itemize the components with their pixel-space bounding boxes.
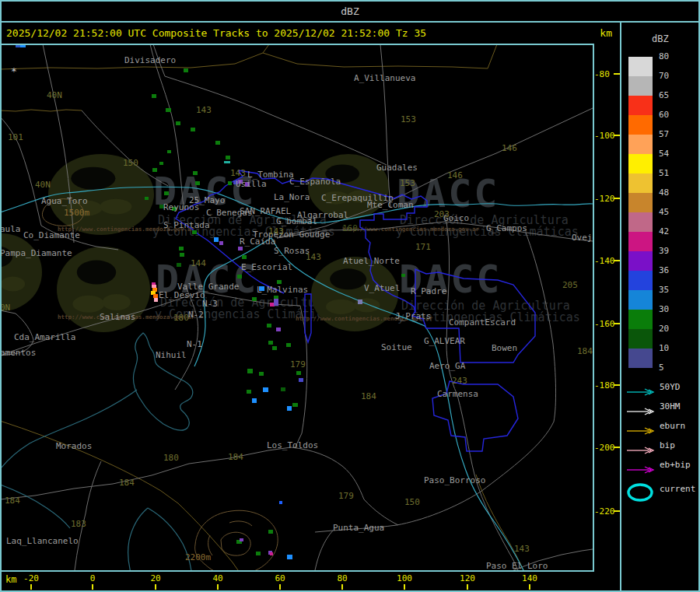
right-ruler: -80-100-120-140-160-180-200-220 (594, 69, 620, 517)
right-ruler-label: -140 (594, 256, 615, 266)
place-label: Mte_Coman (367, 200, 414, 210)
contour-label: 183 (71, 519, 86, 529)
right-ruler-label: -120 (594, 194, 615, 204)
scale-color-block (628, 290, 653, 310)
contour-label: 150 (404, 497, 420, 507)
radar-cell (240, 538, 243, 541)
place-label: Punta_Agua (333, 523, 384, 533)
contour-label: 143 (514, 544, 530, 554)
scale-value-label: 54 (659, 149, 682, 158)
place-label: A_Villanueva (354, 73, 415, 83)
radar-cell (192, 230, 197, 234)
contour-label: 146 (502, 143, 517, 153)
radar-cell (267, 324, 271, 328)
place-label: Bowen (492, 343, 517, 353)
right-ruler-tick (614, 510, 620, 512)
place-label: El_Desvio (159, 290, 205, 300)
scale-color-block (628, 76, 653, 96)
radar-cell (286, 343, 291, 347)
place-label: Co_Diamante (23, 230, 80, 240)
contour-label: 1500m (64, 208, 89, 218)
place-label: L_Malvinas (257, 285, 308, 295)
radar-site-mark: * (11, 65, 17, 77)
place-label: Nihuil (156, 350, 187, 360)
place-label: Pampa_Diamante (0, 248, 72, 258)
contour-label: 179 (290, 359, 306, 370)
scale-color-block (628, 251, 653, 271)
radar-cell (272, 346, 277, 350)
place-label: C_Española (289, 177, 341, 187)
right-ruler-label: -200 (594, 443, 615, 453)
scale-color-block (628, 310, 653, 329)
radar-cell (268, 341, 273, 345)
place-label: S_Pintada (163, 220, 210, 230)
radar-cell (164, 191, 169, 195)
contour-label: 2200m (185, 552, 211, 562)
scale-value-label: 45 (659, 208, 682, 216)
place-label: Usilla (236, 179, 267, 189)
right-ruler-tick (614, 135, 620, 136)
right-ruler-tick (614, 73, 620, 75)
place-label: V_Atuel (364, 283, 400, 293)
scale-color-block (628, 232, 653, 251)
place-label: Cda_Amarilla (14, 332, 75, 342)
contour-label: 179 (338, 491, 354, 501)
radar-cell (274, 299, 278, 306)
place-label: Soitue (381, 342, 412, 352)
contour-label: 146 (447, 170, 463, 180)
contour-label: 143 (306, 252, 321, 262)
place-label: Aero_GA (429, 361, 466, 371)
place-label: Los_Toldos (267, 440, 318, 450)
legend-label-50YD: 50YD (660, 383, 681, 392)
radar-map-canvas[interactable]: DACCDirección de Agriculturay Contingenc… (0, 0, 700, 592)
scale-color-block (628, 271, 653, 290)
radar-app-window: dBZ 2025/12/02 21:52:00 UTC Composite Tr… (0, 0, 700, 592)
right-ruler-label: -180 (594, 380, 615, 391)
radar-cell (287, 406, 292, 411)
scale-color-block (628, 57, 653, 76)
radar-cell (224, 161, 230, 163)
scale-value-label: 10 (659, 344, 682, 352)
radar-cell (247, 369, 253, 373)
radar-cell (268, 530, 273, 534)
right-ruler-label: -160 (594, 319, 615, 329)
scale-value-label: 65 (659, 91, 682, 100)
scale-value-label: 70 (659, 72, 682, 80)
radar-cell (237, 275, 242, 278)
contour-label: 184 (228, 452, 243, 462)
radar-cell (152, 168, 157, 172)
place-label: G_bombal (276, 216, 317, 226)
scale-color-block (628, 96, 653, 115)
contour-label: 171 (415, 242, 431, 252)
radar-cell (276, 328, 281, 331)
radar-cell (270, 552, 273, 555)
contour-label: 0N (0, 303, 10, 313)
legend-label-eburn: eburn (660, 422, 685, 431)
place-label: Paso_Borroso (424, 475, 485, 485)
place-label: E_Escorial (241, 262, 292, 272)
legend-label-current: current (660, 485, 695, 494)
contour-label: 143 (268, 226, 284, 236)
colorscale-title: dBZ (652, 33, 669, 44)
radar-cell (153, 294, 158, 298)
place-label: Paso_El_Loro (486, 561, 548, 571)
contour-label: 160 (342, 223, 358, 233)
contour-label: 150 (123, 158, 138, 168)
place-label: Oveje (572, 233, 597, 243)
place-label: N-3 (202, 299, 218, 309)
radar-cell (177, 263, 181, 267)
scale-value-label: 5 (659, 363, 682, 372)
radar-cell (152, 94, 156, 98)
place-label: La_Nora (274, 192, 310, 202)
place-label: G_ALVEAR (424, 336, 465, 346)
radar-cell (252, 297, 257, 301)
radar-cell (145, 197, 149, 200)
dacc-watermark (0, 233, 42, 311)
scale-value-label: 57 (659, 130, 682, 138)
contour-label: 205 (562, 280, 578, 290)
radar-cell (238, 247, 243, 250)
radar-cell (154, 298, 158, 302)
place-label: Laq_Llancanelo (6, 536, 79, 546)
contour-label: 40N (35, 180, 51, 190)
legend-label-eb+bip: eb+bip (660, 461, 691, 470)
